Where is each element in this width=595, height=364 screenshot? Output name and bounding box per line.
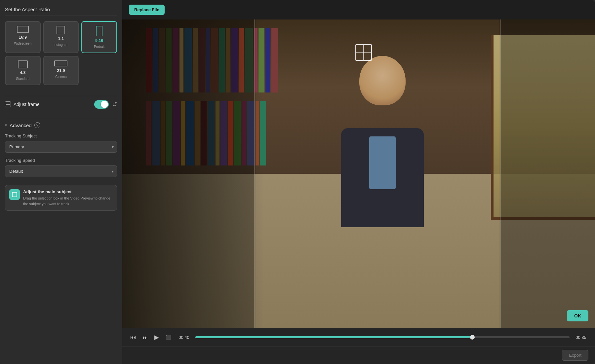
- top-bar: Replace File: [122, 0, 595, 19]
- tracking-box: [355, 44, 372, 61]
- video-container: OK: [122, 19, 595, 328]
- aspect-icon-1-1: [57, 26, 65, 34]
- ratio-name-4-3: Standard: [16, 77, 30, 81]
- crop-line-right: [500, 19, 500, 328]
- stop-button[interactable]: ⬛: [164, 333, 173, 341]
- aspect-ratio-grid-row1: 16:9 Widescreen 1:1 Instagram 9:16 Portr…: [5, 21, 117, 53]
- aspect-btn-9-16[interactable]: 9:16 Portrait: [81, 21, 117, 53]
- adjust-frame-row: Adjust frame ↺: [5, 100, 117, 109]
- crop-dimmed-right: [500, 19, 595, 328]
- tracking-subject-label: Tracking Subject: [5, 133, 117, 138]
- empty-cell: [81, 56, 117, 85]
- ok-button[interactable]: OK: [567, 310, 588, 321]
- info-box: Adjust the main subject Drag the selecti…: [5, 185, 117, 211]
- person-body: [264, 50, 500, 328]
- aspect-btn-4-3[interactable]: 4:3 Standard: [5, 56, 41, 85]
- ratio-name-16-9: Widescreen: [14, 42, 31, 45]
- bottom-bar: Export: [122, 346, 595, 364]
- tracking-speed-label: Tracking Speed: [5, 158, 117, 163]
- tracking-speed-wrapper: Default Slow Fast ▾: [5, 165, 117, 177]
- aspect-ratio-grid-row2: 4:3 Standard 21:9 Cinema: [5, 56, 117, 85]
- reset-icon[interactable]: ↺: [112, 101, 117, 108]
- adjust-frame-label: Adjust frame: [5, 101, 40, 107]
- adjust-frame-toggle[interactable]: [94, 100, 109, 109]
- aspect-icon-9-16: [96, 26, 102, 36]
- divider-1: [5, 96, 117, 96]
- ratio-name-21-9: Cinema: [55, 75, 66, 79]
- tracking-speed-select[interactable]: Default Slow Fast: [5, 165, 117, 177]
- controls-bar: ⏮ ⏭ ▶ ⬛ 00:40 00:35: [122, 328, 595, 346]
- tracking-crosshair: [355, 44, 372, 61]
- adjust-frame-controls: ↺: [94, 100, 117, 109]
- crosshair-vertical: [363, 45, 364, 60]
- divider-2: [5, 118, 117, 118]
- ratio-label-21-9: 21:9: [57, 68, 65, 73]
- ratio-label-9-16: 9:16: [95, 38, 103, 43]
- ratio-label-4-3: 4:3: [20, 70, 25, 75]
- play-button[interactable]: ▶: [153, 332, 160, 342]
- person-head: [359, 56, 406, 105]
- crop-dimmed-left: [122, 19, 255, 328]
- progress-thumb[interactable]: [470, 335, 475, 340]
- adjust-frame-icon: [5, 101, 11, 107]
- aspect-btn-1-1[interactable]: 1:1 Instagram: [43, 21, 79, 53]
- chevron-down-icon: ▾: [5, 123, 7, 127]
- ratio-name-1-1: Instagram: [54, 43, 68, 47]
- info-text-container: Adjust the main subject Drag the selecti…: [23, 189, 113, 206]
- crop-line-left: [255, 19, 255, 328]
- export-button[interactable]: Export: [562, 350, 588, 361]
- info-box-title: Adjust the main subject: [23, 189, 113, 194]
- tracking-subject-select[interactable]: Primary Secondary All: [5, 141, 117, 153]
- rewind-button[interactable]: ⏮: [129, 333, 138, 342]
- help-icon[interactable]: ?: [34, 122, 40, 128]
- total-time: 00:35: [574, 335, 588, 340]
- advanced-header[interactable]: ▾ Advanced ?: [5, 122, 117, 128]
- info-box-icon: [9, 189, 20, 200]
- adjust-frame-text: Adjust frame: [14, 102, 40, 107]
- person-shirt: [369, 136, 396, 189]
- progress-fill: [195, 336, 472, 338]
- ratio-name-9-16: Portrait: [94, 45, 104, 49]
- replace-file-button[interactable]: Replace File: [129, 5, 165, 15]
- ratio-label-1-1: 1:1: [58, 36, 64, 41]
- left-panel: Set the Aspect Ratio 16:9 Widescreen 1:1…: [0, 0, 122, 364]
- tracking-subject-wrapper: Primary Secondary All ▾: [5, 141, 117, 153]
- info-box-description: Drag the selection box in the Video Prev…: [23, 196, 113, 206]
- aspect-btn-21-9[interactable]: 21:9 Cinema: [43, 56, 79, 85]
- step-forward-button[interactable]: ⏭: [141, 333, 149, 342]
- advanced-label: Advanced: [10, 123, 32, 128]
- aspect-ratio-title: Set the Aspect Ratio: [5, 7, 117, 16]
- subject-icon: [12, 192, 17, 197]
- aspect-icon-4-3: [18, 60, 28, 68]
- ratio-label-16-9: 16:9: [19, 35, 27, 40]
- current-time: 00:40: [177, 335, 191, 340]
- video-scene: OK: [122, 19, 595, 328]
- right-panel: Replace File: [122, 0, 595, 364]
- aspect-icon-16-9: [17, 26, 29, 33]
- progress-bar[interactable]: [195, 336, 570, 338]
- aspect-icon-21-9: [54, 60, 67, 66]
- aspect-btn-16-9[interactable]: 16:9 Widescreen: [5, 21, 41, 53]
